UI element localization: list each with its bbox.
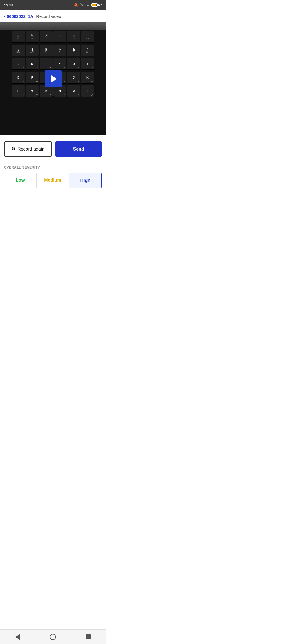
record-again-button[interactable]: ↻ Record again [4, 141, 52, 157]
kb-key-6: ^ 6 , [53, 45, 66, 56]
kb-key-i: I ш [81, 58, 94, 70]
nav-header: ‹ 06062022_1A Record video [0, 10, 106, 22]
battery-level: 77 [99, 4, 102, 7]
send-button[interactable]: Send [55, 141, 102, 157]
kb-key-l: L д [81, 85, 94, 97]
kb-key-8: * 8 : [81, 45, 94, 56]
kb-key-f5: 🎤 F5 [40, 31, 53, 43]
sim-icon: ✕ [80, 3, 84, 7]
record-again-label: Record again [18, 147, 44, 152]
kb-key-d: D в [12, 72, 25, 84]
kb-key-f3: ⊞ F3 [12, 31, 25, 43]
kb-key-f4: 🔍 F4 [26, 31, 39, 43]
kb-key-v: V м [26, 85, 39, 97]
recents-nav-button[interactable] [83, 632, 94, 642]
kb-key-f: F а [26, 72, 39, 84]
laptop-top-bar [0, 22, 106, 30]
kb-key-u: U г [67, 58, 80, 70]
kb-key-f6: ☽ F6 [53, 31, 66, 43]
back-chevron-icon: ‹ [4, 14, 6, 19]
severity-option-medium[interactable]: Medium [37, 173, 69, 188]
mute-icon: 🔕 [74, 3, 79, 7]
nav-title-sub: Record video [36, 14, 61, 19]
recents-nav-icon [86, 634, 91, 639]
video-container[interactable]: ⊞ F3 🔍 F4 🎤 F5 ☽ F6 ⏮ F7 ⏯ F8 [0, 22, 106, 135]
severity-low-label: Low [16, 178, 25, 182]
kb-row-numbers: # 3 № $ 4 % % 5 : ^ 6 , & 7 . * 8 : [0, 44, 106, 57]
severity-option-high[interactable]: High [69, 173, 102, 188]
send-label: Send [73, 147, 84, 151]
status-icons: 🔕 ✕ ▲ 77 [74, 3, 102, 7]
back-nav-button[interactable] [12, 631, 23, 643]
severity-label: OVERALL SEVERITY [4, 166, 102, 169]
nav-title-main: 06062022_1A [7, 14, 33, 19]
severity-option-low[interactable]: Low [4, 173, 37, 188]
kb-key-f8: ⏯ F8 [81, 31, 94, 43]
kb-key-e: E у [12, 58, 25, 70]
kb-key-k: K л [81, 72, 94, 84]
kb-row-fn: ⊞ F3 🔍 F4 🎤 F5 ☽ F6 ⏮ F7 ⏯ F8 [0, 30, 106, 44]
kb-key-5: % 5 : [40, 45, 53, 56]
play-triangle-icon [51, 75, 57, 83]
battery-icon: 77 [91, 3, 102, 7]
time: 15:58 [4, 3, 13, 7]
kb-key-4: $ 4 % [26, 45, 39, 56]
home-nav-icon [50, 634, 56, 640]
kb-key-3: # 3 № [12, 45, 25, 56]
bottom-nav [0, 629, 106, 644]
kb-key-m: M ь [67, 85, 80, 97]
kb-key-y: Y н [53, 58, 66, 70]
action-buttons: ↻ Record again Send [0, 135, 106, 163]
kb-key-t: T е [40, 58, 53, 70]
severity-options: Low Medium High [4, 173, 102, 188]
wifi-icon: ▲ [86, 3, 90, 7]
back-nav-icon [15, 634, 20, 640]
kb-row-qwerty1: E у R к T е Y н U г I ш [0, 57, 106, 71]
kb-key-f7: ⏮ F7 [67, 31, 80, 43]
play-button[interactable] [45, 70, 62, 87]
status-bar: 15:58 🔕 ✕ ▲ 77 [0, 0, 106, 10]
kb-key-c: C с [12, 85, 25, 97]
back-button[interactable]: ‹ 06062022_1A [4, 14, 33, 19]
kb-key-j: J о [67, 72, 80, 84]
severity-section: OVERALL SEVERITY Low Medium High [0, 163, 106, 194]
kb-key-7: & 7 . [67, 45, 80, 56]
severity-high-label: High [80, 178, 90, 183]
kb-key-r: R к [26, 58, 39, 70]
home-nav-button[interactable] [47, 631, 59, 643]
refresh-icon: ↻ [11, 146, 15, 152]
severity-medium-label: Medium [44, 178, 61, 182]
